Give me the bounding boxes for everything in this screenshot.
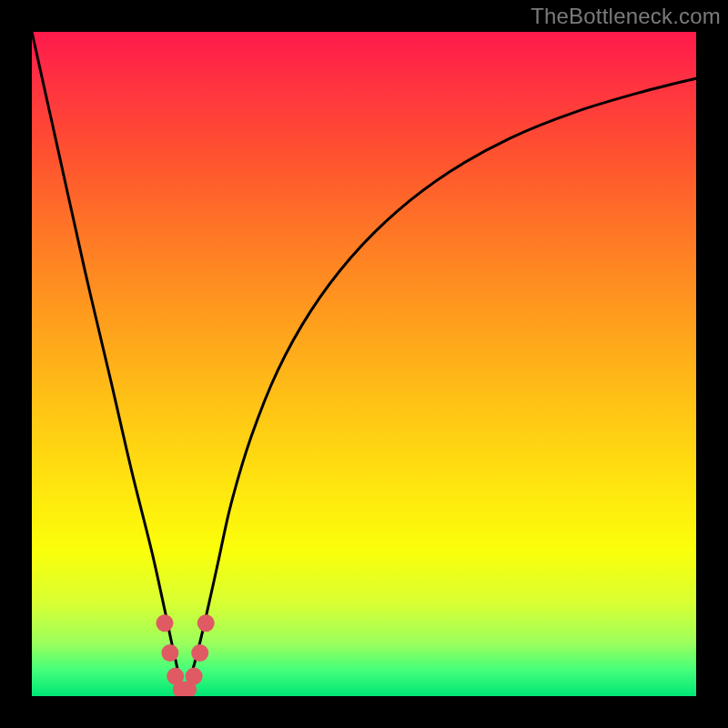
curve-svg — [32, 32, 696, 696]
optimum-marker — [157, 614, 174, 632]
plot-area — [32, 32, 696, 696]
optimum-marker — [186, 668, 203, 685]
chart-stage: TheBottleneck.com — [0, 0, 728, 728]
optimum-marker — [191, 644, 208, 662]
watermark-text: TheBottleneck.com — [531, 4, 721, 29]
bottleneck-curve — [32, 32, 696, 693]
optimum-markers — [157, 614, 215, 696]
optimum-marker — [197, 614, 215, 632]
optimum-marker — [161, 644, 178, 662]
